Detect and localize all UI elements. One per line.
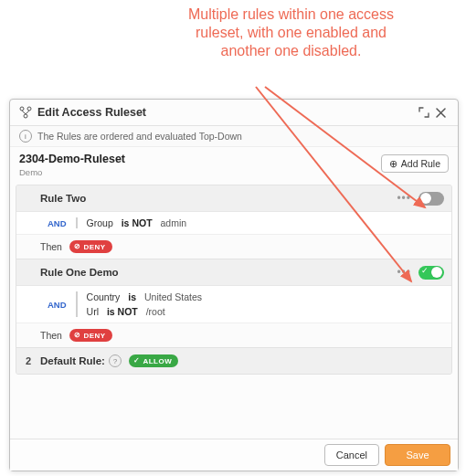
condition-field: Url: [87, 306, 99, 317]
logic-operator: AND: [48, 291, 78, 317]
dialog-header: Edit Access Ruleset: [10, 100, 458, 126]
close-icon[interactable]: [432, 104, 449, 121]
rule-menu-icon[interactable]: •••: [391, 266, 417, 279]
svg-point-0: [20, 107, 24, 111]
condition-value: admin: [160, 217, 186, 228]
annotation-callout: Multiple rules within one access ruleset…: [184, 5, 398, 60]
help-icon[interactable]: ?: [109, 354, 122, 367]
rule-title: Rule Two: [40, 193, 391, 204]
then-label: Then: [40, 330, 62, 341]
condition-op: is NOT: [122, 217, 153, 228]
edit-access-ruleset-dialog: Edit Access Ruleset i The Rules are orde…: [9, 99, 459, 471]
condition-line: Url is NOT /root: [87, 306, 202, 317]
rule-enable-toggle[interactable]: [418, 266, 444, 280]
dialog-footer: Cancel Save: [10, 439, 458, 471]
condition-value: /root: [146, 306, 165, 317]
rule-header: Rule Two •••: [16, 185, 451, 211]
info-text: The Rules are ordered and evaluated Top-…: [37, 131, 242, 142]
dialog-title: Edit Access Ruleset: [37, 106, 416, 119]
cancel-button[interactable]: Cancel: [324, 444, 379, 466]
condition-field: Country: [87, 291, 121, 302]
action-label: ALLOW: [143, 357, 172, 365]
default-rule-row: 2 Default Rule: ? ✓ ALLOW: [16, 348, 451, 374]
deny-pill: ⊘ DENY: [69, 329, 112, 342]
info-icon: i: [19, 130, 32, 143]
rule-header: Rule One Demo •••: [16, 259, 451, 285]
rule-menu-icon[interactable]: •••: [391, 192, 417, 205]
plus-icon: ⊕: [389, 159, 397, 169]
allow-pill: ✓ ALLOW: [129, 354, 178, 367]
action-label: DENY: [83, 243, 105, 251]
condition-line: Country is United States: [87, 291, 202, 302]
ruleset-icon: [19, 106, 32, 119]
default-rule-index: 2: [16, 355, 40, 366]
rule-conditions: AND Country is United States Url is NOT …: [16, 285, 451, 323]
action-label: DENY: [83, 332, 105, 340]
expand-icon[interactable]: [416, 104, 432, 121]
rule-conditions: AND Group is NOT admin: [16, 211, 451, 234]
condition-field: Group: [87, 217, 113, 228]
rule-item: Rule One Demo ••• AND Country is United …: [16, 259, 451, 348]
then-label: Then: [40, 241, 62, 252]
default-rule-label: Default Rule:: [40, 355, 105, 366]
ruleset-name: 2304-Demo-Ruleset: [19, 153, 381, 165]
svg-point-1: [27, 107, 31, 111]
svg-point-2: [24, 114, 27, 118]
rule-action-row: Then ⊘ DENY: [16, 234, 451, 259]
add-rule-button[interactable]: ⊕ Add Rule: [381, 154, 449, 173]
ruleset-subtitle: Demo: [19, 167, 381, 177]
condition-op: is: [128, 291, 136, 302]
deny-icon: ⊘: [74, 243, 81, 250]
info-banner: i The Rules are ordered and evaluated To…: [10, 126, 458, 147]
deny-icon: ⊘: [74, 332, 81, 339]
deny-pill: ⊘ DENY: [69, 240, 112, 253]
condition-op: is NOT: [107, 306, 138, 317]
save-button[interactable]: Save: [385, 444, 450, 466]
condition-value: United States: [144, 291, 202, 302]
rule-title: Rule One Demo: [40, 267, 391, 278]
rule-item: Rule Two ••• AND Group is NOT admin: [16, 185, 451, 259]
ruleset-subheader: 2304-Demo-Ruleset Demo ⊕ Add Rule: [10, 147, 458, 183]
logic-operator: AND: [48, 217, 78, 228]
condition-line: Group is NOT admin: [87, 217, 186, 228]
rule-action-row: Then ⊘ DENY: [16, 323, 451, 347]
rules-list: Rule Two ••• AND Group is NOT admin: [16, 185, 452, 375]
add-rule-label: Add Rule: [401, 158, 440, 169]
rule-enable-toggle[interactable]: [418, 192, 444, 206]
allow-icon: ✓: [133, 357, 141, 365]
